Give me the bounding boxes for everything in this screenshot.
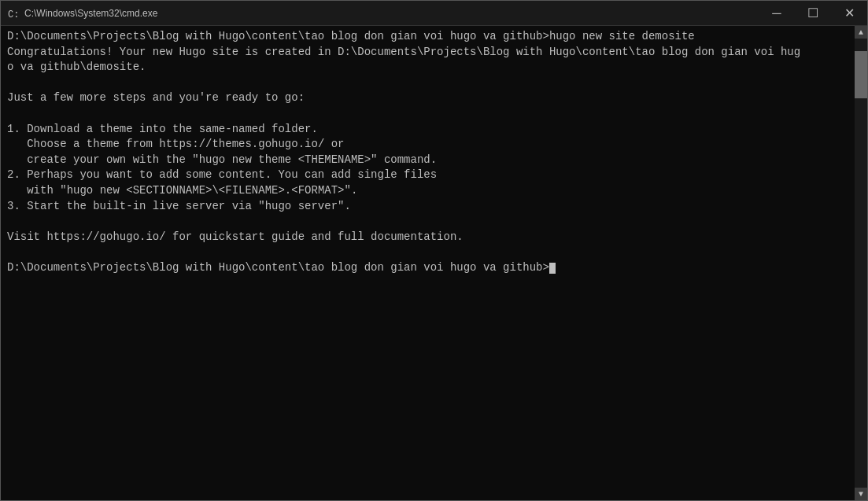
terminal-output[interactable]: D:\Documents\Projects\Blog with Hugo\con…: [1, 26, 855, 500]
cmd-window: C:\ C:\Windows\System32\cmd.exe ─ ☐ ✕ D:…: [0, 0, 868, 501]
svg-text:C:\: C:\: [8, 9, 20, 20]
content-area: D:\Documents\Projects\Blog with Hugo\con…: [1, 26, 867, 500]
terminal-text: D:\Documents\Projects\Blog with Hugo\con…: [7, 29, 848, 276]
window-controls: ─ ☐ ✕: [759, 1, 867, 26]
scrollbar[interactable]: ▲ ▼: [855, 26, 867, 500]
restore-button[interactable]: ☐: [795, 1, 831, 26]
window-title: C:\Windows\System32\cmd.exe: [24, 8, 157, 19]
terminal-cursor: [549, 263, 556, 274]
scroll-thumb[interactable]: [855, 51, 867, 98]
scroll-down-arrow[interactable]: ▼: [855, 488, 867, 500]
titlebar: C:\ C:\Windows\System32\cmd.exe ─ ☐ ✕: [1, 1, 867, 26]
cmd-icon: C:\: [7, 7, 20, 20]
close-button[interactable]: ✕: [831, 1, 867, 26]
minimize-button[interactable]: ─: [759, 1, 795, 26]
titlebar-left: C:\ C:\Windows\System32\cmd.exe: [7, 7, 157, 20]
scroll-up-arrow[interactable]: ▲: [855, 26, 867, 39]
